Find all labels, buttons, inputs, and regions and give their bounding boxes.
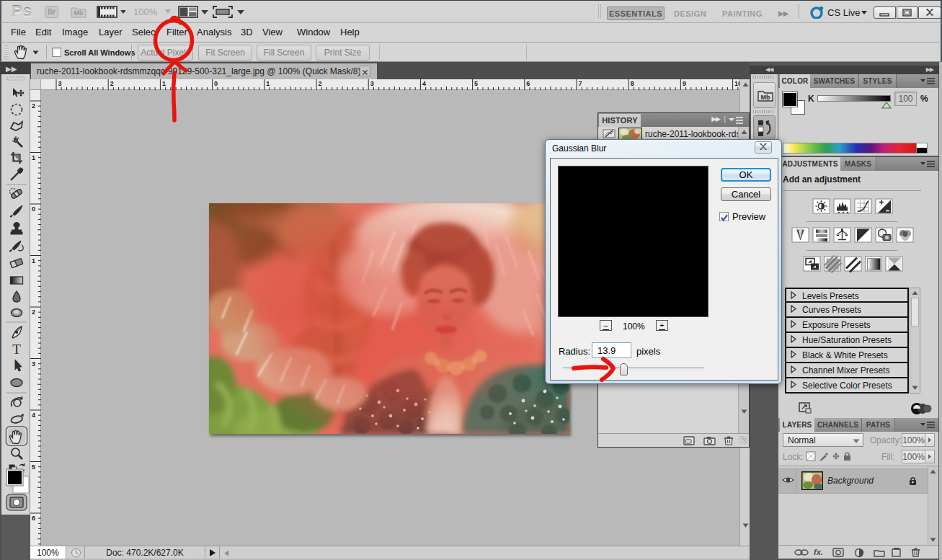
svg-text:6: 6	[32, 515, 35, 522]
svg-text:0: 0	[32, 205, 35, 213]
svg-text:3: 3	[370, 80, 374, 87]
svg-text:2: 2	[32, 102, 35, 110]
svg-text:4: 4	[422, 80, 426, 87]
svg-text:3: 3	[58, 80, 62, 87]
svg-text:Mb: Mb	[761, 94, 770, 101]
svg-text:0: 0	[214, 80, 218, 87]
svg-text:2: 2	[319, 80, 322, 87]
svg-text:5: 5	[32, 463, 35, 471]
svg-text:7: 7	[579, 80, 582, 87]
svg-text:Mb: Mb	[74, 9, 84, 17]
svg-text:1: 1	[266, 80, 270, 87]
svg-text:9: 9	[683, 80, 686, 87]
svg-text:1: 1	[32, 257, 35, 265]
svg-text:4: 4	[32, 412, 35, 419]
svg-text:2: 2	[32, 308, 35, 316]
svg-text:10: 10	[734, 80, 739, 87]
svg-text:2: 2	[110, 80, 114, 87]
svg-text:5: 5	[474, 80, 478, 87]
svg-text:3: 3	[32, 360, 35, 368]
svg-text:1: 1	[32, 154, 35, 161]
svg-text:6: 6	[526, 80, 530, 87]
svg-text:1: 1	[162, 80, 166, 87]
svg-text:T: T	[12, 342, 21, 357]
svg-text:8: 8	[631, 80, 634, 87]
